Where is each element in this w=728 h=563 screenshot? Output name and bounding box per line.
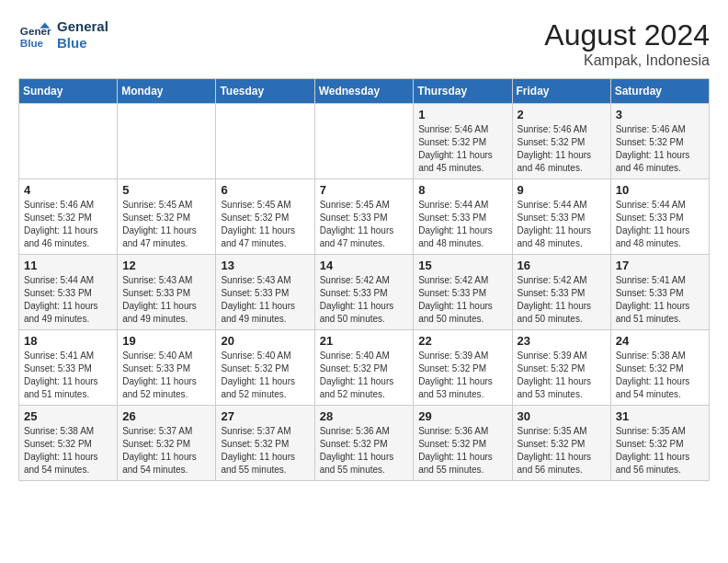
day-detail: Sunrise: 5:46 AM Sunset: 5:32 PM Dayligh… [616, 123, 704, 175]
day-detail: Sunrise: 5:38 AM Sunset: 5:32 PM Dayligh… [616, 350, 704, 401]
day-number: 27 [221, 409, 309, 423]
calendar-table: SundayMondayTuesdayWednesdayThursdayFrid… [18, 78, 710, 481]
day-detail: Sunrise: 5:46 AM Sunset: 5:32 PM Dayligh… [24, 199, 112, 250]
calendar-cell: 17Sunrise: 5:41 AM Sunset: 5:33 PM Dayli… [610, 255, 709, 330]
calendar-header-row: SundayMondayTuesdayWednesdayThursdayFrid… [19, 79, 710, 104]
logo: General Blue General Blue [18, 18, 108, 52]
day-header-monday: Monday [118, 79, 216, 104]
calendar-cell: 7Sunrise: 5:45 AM Sunset: 5:33 PM Daylig… [314, 179, 414, 255]
day-header-saturday: Saturday [610, 79, 709, 104]
day-number: 5 [122, 183, 210, 197]
day-detail: Sunrise: 5:40 AM Sunset: 5:32 PM Dayligh… [221, 350, 309, 401]
calendar-cell: 8Sunrise: 5:44 AM Sunset: 5:33 PM Daylig… [414, 179, 512, 255]
page-header: General Blue General Blue August 2024 Ka… [18, 18, 710, 69]
day-detail: Sunrise: 5:35 AM Sunset: 5:32 PM Dayligh… [616, 425, 704, 477]
logo-icon: General Blue [18, 18, 51, 52]
day-number: 4 [24, 183, 112, 197]
day-number: 28 [320, 409, 409, 423]
title-block: August 2024 Kampak, Indonesia [544, 18, 710, 69]
calendar-cell: 24Sunrise: 5:38 AM Sunset: 5:32 PM Dayli… [610, 330, 709, 406]
calendar-cell [314, 104, 414, 179]
day-detail: Sunrise: 5:40 AM Sunset: 5:33 PM Dayligh… [122, 350, 210, 401]
day-detail: Sunrise: 5:45 AM Sunset: 5:33 PM Dayligh… [320, 199, 409, 250]
day-number: 23 [518, 334, 606, 348]
calendar-cell: 6Sunrise: 5:45 AM Sunset: 5:32 PM Daylig… [216, 179, 314, 255]
day-detail: Sunrise: 5:41 AM Sunset: 5:33 PM Dayligh… [616, 274, 704, 326]
calendar-cell: 28Sunrise: 5:36 AM Sunset: 5:32 PM Dayli… [314, 406, 414, 481]
day-detail: Sunrise: 5:42 AM Sunset: 5:33 PM Dayligh… [518, 274, 606, 326]
day-number: 12 [122, 259, 210, 272]
calendar-cell [118, 104, 216, 179]
day-detail: Sunrise: 5:37 AM Sunset: 5:32 PM Dayligh… [122, 425, 210, 477]
calendar-cell: 27Sunrise: 5:37 AM Sunset: 5:32 PM Dayli… [216, 406, 314, 481]
day-detail: Sunrise: 5:39 AM Sunset: 5:32 PM Dayligh… [518, 350, 606, 401]
calendar-cell [19, 104, 118, 179]
calendar-cell: 3Sunrise: 5:46 AM Sunset: 5:32 PM Daylig… [610, 104, 709, 179]
day-detail: Sunrise: 5:35 AM Sunset: 5:32 PM Dayligh… [518, 425, 606, 477]
day-number: 11 [24, 259, 112, 272]
day-number: 25 [24, 409, 112, 423]
location-subtitle: Kampak, Indonesia [544, 52, 710, 69]
day-detail: Sunrise: 5:46 AM Sunset: 5:32 PM Dayligh… [518, 123, 606, 175]
day-detail: Sunrise: 5:42 AM Sunset: 5:33 PM Dayligh… [320, 274, 409, 326]
day-detail: Sunrise: 5:44 AM Sunset: 5:33 PM Dayligh… [418, 199, 506, 250]
calendar-week-row: 1Sunrise: 5:46 AM Sunset: 5:32 PM Daylig… [19, 104, 710, 179]
day-number: 8 [418, 183, 506, 197]
calendar-cell: 10Sunrise: 5:44 AM Sunset: 5:33 PM Dayli… [610, 179, 709, 255]
day-number: 31 [616, 409, 704, 423]
logo-general: General [57, 18, 108, 35]
calendar-cell: 21Sunrise: 5:40 AM Sunset: 5:32 PM Dayli… [314, 330, 414, 406]
day-detail: Sunrise: 5:44 AM Sunset: 5:33 PM Dayligh… [616, 199, 704, 250]
calendar-cell: 9Sunrise: 5:44 AM Sunset: 5:33 PM Daylig… [512, 179, 610, 255]
day-number: 20 [221, 334, 309, 348]
calendar-cell: 16Sunrise: 5:42 AM Sunset: 5:33 PM Dayli… [512, 255, 610, 330]
calendar-cell: 5Sunrise: 5:45 AM Sunset: 5:32 PM Daylig… [118, 179, 216, 255]
day-detail: Sunrise: 5:43 AM Sunset: 5:33 PM Dayligh… [221, 274, 309, 326]
calendar-cell: 19Sunrise: 5:40 AM Sunset: 5:33 PM Dayli… [118, 330, 216, 406]
logo-blue: Blue [57, 35, 108, 52]
day-header-friday: Friday [512, 79, 610, 104]
day-number: 7 [320, 183, 409, 197]
day-number: 18 [24, 334, 112, 348]
day-detail: Sunrise: 5:41 AM Sunset: 5:33 PM Dayligh… [24, 350, 112, 401]
day-detail: Sunrise: 5:36 AM Sunset: 5:32 PM Dayligh… [320, 425, 409, 477]
day-detail: Sunrise: 5:39 AM Sunset: 5:32 PM Dayligh… [418, 350, 506, 401]
day-detail: Sunrise: 5:36 AM Sunset: 5:32 PM Dayligh… [418, 425, 506, 477]
day-detail: Sunrise: 5:42 AM Sunset: 5:33 PM Dayligh… [418, 274, 506, 326]
calendar-week-row: 11Sunrise: 5:44 AM Sunset: 5:33 PM Dayli… [19, 255, 710, 330]
calendar-week-row: 25Sunrise: 5:38 AM Sunset: 5:32 PM Dayli… [19, 406, 710, 481]
calendar-cell: 23Sunrise: 5:39 AM Sunset: 5:32 PM Dayli… [512, 330, 610, 406]
day-header-wednesday: Wednesday [314, 79, 414, 104]
calendar-cell: 25Sunrise: 5:38 AM Sunset: 5:32 PM Dayli… [19, 406, 118, 481]
day-number: 13 [221, 259, 309, 272]
calendar-cell: 13Sunrise: 5:43 AM Sunset: 5:33 PM Dayli… [216, 255, 314, 330]
calendar-cell: 14Sunrise: 5:42 AM Sunset: 5:33 PM Dayli… [314, 255, 414, 330]
calendar-week-row: 18Sunrise: 5:41 AM Sunset: 5:33 PM Dayli… [19, 330, 710, 406]
day-number: 15 [418, 259, 506, 272]
day-number: 16 [518, 259, 606, 272]
svg-text:Blue: Blue [20, 37, 44, 49]
calendar-cell: 31Sunrise: 5:35 AM Sunset: 5:32 PM Dayli… [610, 406, 709, 481]
day-number: 10 [616, 183, 704, 197]
calendar-cell: 18Sunrise: 5:41 AM Sunset: 5:33 PM Dayli… [19, 330, 118, 406]
calendar-cell: 4Sunrise: 5:46 AM Sunset: 5:32 PM Daylig… [19, 179, 118, 255]
calendar-cell: 15Sunrise: 5:42 AM Sunset: 5:33 PM Dayli… [414, 255, 512, 330]
calendar-week-row: 4Sunrise: 5:46 AM Sunset: 5:32 PM Daylig… [19, 179, 710, 255]
day-detail: Sunrise: 5:44 AM Sunset: 5:33 PM Dayligh… [24, 274, 112, 326]
day-detail: Sunrise: 5:45 AM Sunset: 5:32 PM Dayligh… [221, 199, 309, 250]
calendar-cell: 20Sunrise: 5:40 AM Sunset: 5:32 PM Dayli… [216, 330, 314, 406]
day-number: 6 [221, 183, 309, 197]
day-number: 22 [418, 334, 506, 348]
day-header-thursday: Thursday [414, 79, 512, 104]
day-number: 2 [518, 108, 606, 121]
day-number: 19 [122, 334, 210, 348]
day-detail: Sunrise: 5:37 AM Sunset: 5:32 PM Dayligh… [221, 425, 309, 477]
calendar-cell: 22Sunrise: 5:39 AM Sunset: 5:32 PM Dayli… [414, 330, 512, 406]
day-number: 26 [122, 409, 210, 423]
day-detail: Sunrise: 5:46 AM Sunset: 5:32 PM Dayligh… [418, 123, 506, 175]
day-detail: Sunrise: 5:38 AM Sunset: 5:32 PM Dayligh… [24, 425, 112, 477]
day-number: 3 [616, 108, 704, 121]
day-detail: Sunrise: 5:40 AM Sunset: 5:32 PM Dayligh… [320, 350, 409, 401]
calendar-cell: 1Sunrise: 5:46 AM Sunset: 5:32 PM Daylig… [414, 104, 512, 179]
calendar-cell: 11Sunrise: 5:44 AM Sunset: 5:33 PM Dayli… [19, 255, 118, 330]
